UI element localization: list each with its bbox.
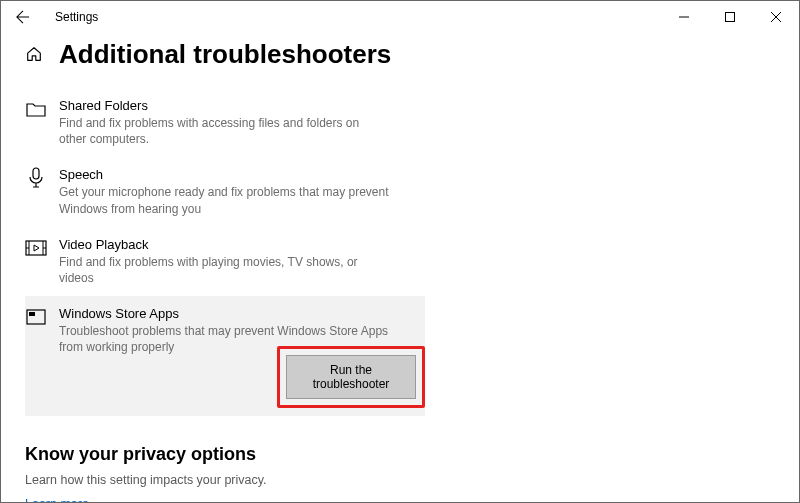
privacy-subtext: Learn how this setting impacts your priv…	[25, 473, 775, 487]
troubleshooter-windows-store-apps[interactable]: Windows Store Apps Troubleshoot problems…	[25, 296, 425, 415]
privacy-heading: Know your privacy options	[25, 444, 775, 465]
svg-rect-0	[726, 13, 735, 22]
svg-rect-1	[33, 168, 39, 179]
item-name: Video Playback	[59, 237, 389, 252]
maximize-button[interactable]	[707, 1, 753, 33]
video-playback-icon	[25, 237, 47, 259]
troubleshooter-video-playback[interactable]: Video Playback Find and fix problems wit…	[25, 227, 425, 296]
home-icon	[25, 45, 43, 63]
content-area: Additional troubleshooters Shared Folder…	[1, 33, 799, 503]
item-name: Shared Folders	[59, 98, 389, 113]
page-title: Additional troubleshooters	[59, 39, 391, 70]
arrow-left-icon	[16, 10, 30, 24]
troubleshooter-list: Shared Folders Find and fix problems wit…	[25, 88, 775, 416]
learn-more-link[interactable]: Learn more	[25, 497, 775, 504]
troubleshooter-speech[interactable]: Speech Get your microphone ready and fix…	[25, 157, 425, 226]
troubleshooter-shared-folders[interactable]: Shared Folders Find and fix problems wit…	[25, 88, 425, 157]
window-controls	[661, 1, 799, 33]
svg-rect-4	[29, 312, 35, 316]
highlight-box: Run the troubleshooter	[277, 346, 425, 408]
window-title: Settings	[55, 10, 98, 24]
minimize-icon	[679, 12, 689, 22]
close-button[interactable]	[753, 1, 799, 33]
run-troubleshooter-button[interactable]: Run the troubleshooter	[286, 355, 416, 399]
windows-store-apps-icon	[25, 306, 47, 328]
minimize-button[interactable]	[661, 1, 707, 33]
item-name: Speech	[59, 167, 389, 182]
titlebar: Settings	[1, 1, 799, 33]
maximize-icon	[725, 12, 735, 22]
item-desc: Find and fix problems with playing movie…	[59, 254, 389, 286]
privacy-section: Know your privacy options Learn how this…	[25, 444, 775, 504]
home-button[interactable]	[25, 45, 45, 65]
item-desc: Find and fix problems with accessing fil…	[59, 115, 389, 147]
shared-folders-icon	[25, 98, 47, 120]
page-heading-row: Additional troubleshooters	[25, 39, 775, 70]
item-desc: Get your microphone ready and fix proble…	[59, 184, 389, 216]
speech-icon	[25, 167, 47, 189]
back-button[interactable]	[9, 3, 37, 31]
close-icon	[771, 12, 781, 22]
item-name: Windows Store Apps	[59, 306, 389, 321]
